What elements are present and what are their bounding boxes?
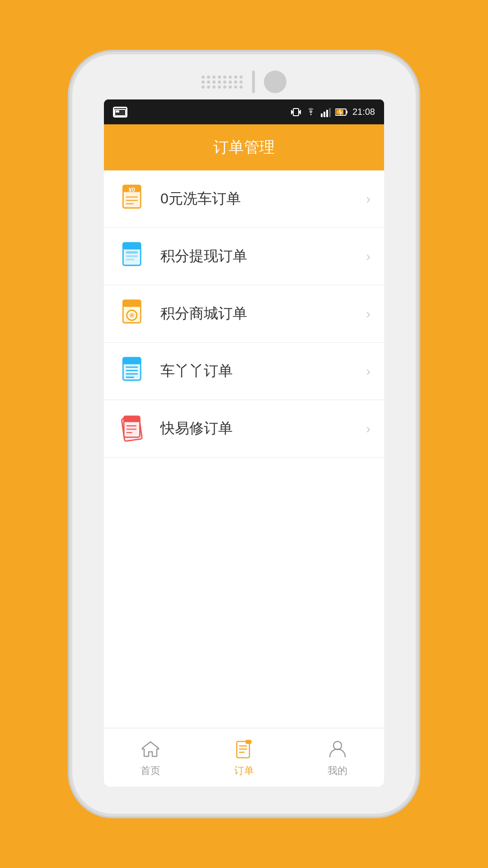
svg-rect-29 bbox=[123, 300, 141, 307]
status-icons: 21:08 bbox=[291, 107, 375, 117]
svg-rect-12 bbox=[346, 111, 347, 113]
menu-item-points-withdraw[interactable]: 积分提现订单 › bbox=[104, 228, 384, 285]
svg-rect-41 bbox=[124, 416, 140, 422]
home-nav-label: 首页 bbox=[141, 764, 160, 778]
svg-rect-2 bbox=[293, 108, 299, 116]
svg-rect-49 bbox=[246, 740, 251, 744]
clock: 21:08 bbox=[352, 107, 375, 117]
points-shop-arrow: › bbox=[366, 306, 371, 321]
svg-rect-9 bbox=[326, 110, 328, 117]
status-bar: 21:08 bbox=[104, 99, 384, 124]
nav-item-home[interactable]: 首页 bbox=[104, 738, 197, 778]
app-header: 订单管理 bbox=[104, 124, 384, 170]
svg-rect-25 bbox=[126, 251, 137, 254]
svg-rect-26 bbox=[126, 255, 137, 257]
signal-icon bbox=[321, 107, 331, 117]
nav-item-mine[interactable]: 我的 bbox=[291, 738, 384, 778]
svg-rect-34 bbox=[123, 357, 141, 364]
wifi-icon bbox=[305, 107, 316, 117]
orders-nav-icon bbox=[233, 738, 255, 760]
mine-nav-label: 我的 bbox=[328, 764, 347, 778]
zero-wash-icon: ¥0 bbox=[117, 183, 149, 215]
menu-item-quick-repair[interactable]: 快易修订单 › bbox=[104, 400, 384, 458]
menu-item-zero-wash[interactable]: ¥0 0元洗车订单 › bbox=[104, 170, 384, 228]
points-shop-icon bbox=[117, 298, 149, 330]
svg-rect-8 bbox=[324, 112, 325, 117]
svg-rect-7 bbox=[321, 113, 323, 117]
car-yy-icon bbox=[117, 355, 149, 387]
app-content: 订单管理 ¥0 0元洗车 bbox=[104, 124, 384, 787]
svg-text:¥0: ¥0 bbox=[128, 186, 135, 193]
svg-point-32 bbox=[131, 314, 132, 316]
page-title: 订单管理 bbox=[213, 138, 275, 156]
bottom-nav: 首页 订单 bbox=[104, 728, 384, 787]
points-shop-label: 积分商城订单 bbox=[160, 304, 366, 324]
battery-icon bbox=[335, 108, 348, 116]
quick-repair-icon bbox=[117, 413, 149, 444]
nav-item-orders[interactable]: 订单 bbox=[197, 738, 291, 778]
orders-nav-label: 订单 bbox=[234, 764, 254, 778]
notification-icon bbox=[113, 107, 127, 118]
svg-rect-27 bbox=[126, 259, 134, 260]
svg-point-50 bbox=[333, 741, 342, 750]
svg-rect-1 bbox=[116, 110, 119, 113]
points-withdraw-arrow: › bbox=[366, 249, 371, 264]
car-yy-arrow: › bbox=[366, 363, 371, 379]
mine-nav-icon bbox=[326, 738, 349, 760]
points-withdraw-label: 积分提现订单 bbox=[160, 246, 366, 266]
svg-rect-24 bbox=[123, 242, 141, 249]
menu-list: ¥0 0元洗车订单 › bbox=[104, 170, 384, 728]
points-withdraw-icon bbox=[117, 241, 149, 272]
zero-wash-label: 0元洗车订单 bbox=[160, 189, 366, 209]
car-yy-label: 车丫丫订单 bbox=[160, 361, 366, 381]
svg-rect-10 bbox=[329, 108, 331, 117]
menu-item-car-yy[interactable]: 车丫丫订单 › bbox=[104, 343, 384, 400]
quick-repair-label: 快易修订单 bbox=[160, 419, 366, 439]
vibrate-icon bbox=[291, 107, 301, 117]
quick-repair-arrow: › bbox=[366, 421, 371, 436]
phone-screen: 21:08 订单管理 ¥0 bbox=[104, 99, 384, 787]
home-nav-icon bbox=[139, 738, 162, 760]
phone-frame: 21:08 订单管理 ¥0 bbox=[72, 54, 416, 814]
menu-item-points-shop[interactable]: 积分商城订单 › bbox=[104, 285, 384, 343]
phone-speaker bbox=[202, 71, 286, 93]
zero-wash-arrow: › bbox=[366, 191, 371, 207]
